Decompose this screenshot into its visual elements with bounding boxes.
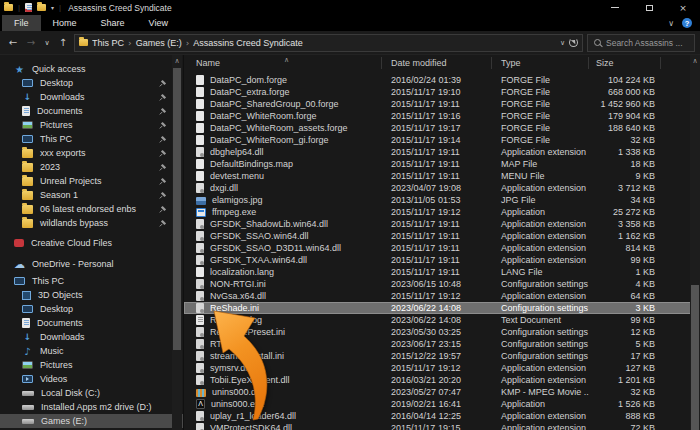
forward-icon[interactable]: → (24, 37, 38, 48)
file-row-dbghelp64-dll[interactable]: dbghelp64.dll2015/11/17 19:11Application… (184, 146, 700, 158)
file-row-tobii-eyex-client-dll[interactable]: Tobii.EyeX.Client.dll2016/03/21 20:20App… (184, 374, 700, 386)
tab-share[interactable]: Share (89, 15, 137, 31)
file-row-unins000-dat[interactable]: unins000.dat2023/05/27 07:47KMP - MPEG M… (184, 386, 700, 398)
scroll-up-icon[interactable]: ∧ (690, 55, 700, 67)
sidebar-item-downloads[interactable]: ↓Downloads (0, 90, 183, 104)
minimize-ribbon-icon[interactable]: ∨ (668, 19, 674, 28)
sidebar-item-unreal-projects[interactable]: Unreal Projects (0, 174, 183, 188)
file-list-scrollbar[interactable]: ∧ (690, 55, 700, 430)
sidebar-item-season-1[interactable]: Season 1 (0, 188, 183, 202)
address-bar[interactable]: This PC›Games (E:)›Assassins Creed Syndi… (74, 34, 583, 52)
file-size: 32 KB (589, 135, 661, 145)
breadcrumb-item[interactable]: Assassins Creed Syndicate (193, 38, 303, 48)
refresh-icon[interactable] (569, 38, 578, 47)
sidebar-item-2023[interactable]: 2023 (0, 160, 183, 174)
sidebar-item-downloads[interactable]: ↓Downloads (0, 330, 183, 344)
recent-locations-icon[interactable]: ∨ (42, 39, 52, 47)
sidebar-item-videos[interactable]: Videos (0, 372, 183, 386)
tab-home[interactable]: Home (41, 15, 89, 31)
sidebar-item-documents[interactable]: Documents (0, 104, 183, 118)
sidebar-item-installed-apps-m2-drive-d-[interactable]: Installed Apps m2 drive (D:) (0, 400, 183, 414)
file-row-gfsdk-ssao-d3d11-win64-dll[interactable]: GFSDK_SSAO_D3D11.win64.dll2015/11/17 19:… (184, 242, 700, 254)
breadcrumb-item[interactable]: This PC (92, 38, 124, 48)
sidebar-item-desktop[interactable]: Desktop (0, 76, 183, 90)
close-button[interactable]: × (666, 0, 700, 15)
sidebar-item-pictures[interactable]: Pictures (0, 358, 183, 372)
search-box[interactable]: Search Assassins ... (587, 34, 695, 52)
star-icon: ★ (14, 64, 25, 75)
sidebar-item-onedrive-personal[interactable]: ☁OneDrive - Personal (0, 257, 183, 271)
scroll-up-icon[interactable]: ∧ (172, 55, 182, 67)
file-row-dxgi-dll[interactable]: dxgi.dll2023/04/07 19:08Application exte… (184, 182, 700, 194)
file-row-uplay-r1-loader64-dll[interactable]: uplay_r1_loader64.dll2016/04/14 12:25App… (184, 410, 700, 422)
file-row-datapc-extra-forge[interactable]: DataPC_extra.forge2015/11/17 19:10FORGE … (184, 86, 700, 98)
minimize-button[interactable] (598, 0, 632, 15)
column-header-date-modified[interactable]: Date modified (382, 57, 492, 69)
file-row-ffmpeg-exe[interactable]: ffmpeg.exe2015/11/17 19:12Application25 … (184, 206, 700, 218)
file-type: FORGE File (492, 123, 589, 133)
file-row-datapc-whiteroom-assets-forge[interactable]: DataPC_WhiteRoom_assets.forge2015/11/17 … (184, 122, 700, 134)
qat-new-folder-icon[interactable] (37, 4, 46, 11)
sidebar-scrollbar-thumb[interactable] (173, 68, 181, 350)
sidebar-item-games-e-[interactable]: Games (E:) (0, 414, 183, 428)
file-row-gfsdk-txaa-win64-dll[interactable]: GFSDK_TXAA.win64.dll2015/11/17 19:11Appl… (184, 254, 700, 266)
file-type: Application extension (492, 411, 589, 421)
file-row-non-rtgi-ini[interactable]: NON-RTGI.ini2023/06/15 10:48Configuratio… (184, 278, 700, 290)
file-row-streaminginstall-ini[interactable]: streaminginstall.ini2015/12/22 19:57Conf… (184, 350, 700, 362)
file-row-devtest-menu[interactable]: devtest.menu2015/11/17 19:11MENU File9 K… (184, 170, 700, 182)
file-type: Configuration settings (492, 279, 589, 289)
sidebar-item-xxx-exports[interactable]: xxx exports (0, 146, 183, 160)
sidebar-item-this-pc[interactable]: This PC (0, 274, 183, 288)
tab-file[interactable]: File (2, 15, 41, 31)
file-row-vmprotectsdk64-dll[interactable]: VMProtectSDK64.dll2015/11/17 19:15Applic… (184, 422, 700, 430)
file-row-datapc-dom-forge[interactable]: DataPC_dom.forge2016/02/24 01:39FORGE Fi… (184, 74, 700, 86)
sidebar-item-music[interactable]: ♪Music (0, 344, 183, 358)
file-row-datapc-sharedgroup-00-forge[interactable]: DataPC_SharedGroup_00.forge2015/11/17 19… (184, 98, 700, 110)
file-row-datapc-whiteroom-gi-forge[interactable]: DataPC_WhiteRoom_gi.forge2015/11/17 19:1… (184, 134, 700, 146)
sidebar-item-local-disk-c-[interactable]: Local Disk (C:) (0, 386, 183, 400)
column-header-size[interactable]: Size (589, 57, 661, 69)
file-row-reshadepreset-ini[interactable]: ReShadePreset.ini2023/05/30 03:25Configu… (184, 326, 700, 338)
tab-view[interactable]: View (137, 15, 180, 31)
up-icon[interactable]: ↑ (56, 37, 70, 48)
file-list-scrollbar-thumb[interactable] (691, 285, 699, 430)
file-row-gfsdk-shadowlib-win64-dll[interactable]: GFSDK_ShadowLib.win64.dll2015/11/17 19:1… (184, 218, 700, 230)
column-header-type[interactable]: Type (492, 57, 589, 69)
breadcrumb-separator-icon: › (128, 38, 132, 48)
file-row-elamigos-jpg[interactable]: elamigos.jpg2013/11/05 01:53JPG File34 K… (184, 194, 700, 206)
column-header-name[interactable]: Name ∧ (184, 57, 382, 69)
file-date-modified: 2015/11/17 19:11 (382, 171, 492, 181)
sidebar-item-documents[interactable]: Documents (0, 316, 183, 330)
sidebar-item-creative-cloud-files[interactable]: Creative Cloud Files (0, 236, 183, 250)
file-type: Application extension (492, 231, 589, 241)
sidebar-item-this-pc[interactable]: This PC (0, 132, 183, 146)
sidebar-item-label: Quick access (32, 64, 86, 74)
qat-properties-icon[interactable] (25, 3, 32, 12)
file-row-rtgi-ini[interactable]: RTGI.ini2023/06/17 23:15Configuration se… (184, 338, 700, 350)
file-row-reshade-ini[interactable]: ReShade.ini2023/06/22 14:08Configuration… (184, 302, 700, 314)
sidebar-item-desktop[interactable]: Desktop (0, 302, 183, 316)
sidebar-item-06-latest-endorsed-enbs[interactable]: 06 latest endorsed enbs (0, 202, 183, 216)
pin-icon (159, 149, 167, 157)
file-row-nvgsa-x64-dll[interactable]: NvGsa.x64.dll2015/11/17 19:12Application… (184, 290, 700, 302)
file-row-defaultbindings-map[interactable]: DefaultBindings.map2015/11/17 19:11MAP F… (184, 158, 700, 170)
sidebar-item-pictures[interactable]: Pictures (0, 118, 183, 132)
breadcrumb-item[interactable]: Games (E:) (136, 38, 182, 48)
file-row-symsrv-dll[interactable]: symsrv.dll2015/11/17 19:12Application ex… (184, 362, 700, 374)
sort-ascending-icon: ∧ (284, 56, 289, 64)
file-row-datapc-whiteroom-forge[interactable]: DataPC_WhiteRoom.forge2015/11/17 19:16FO… (184, 110, 700, 122)
dll-file-icon (196, 243, 204, 253)
sidebar-item-3d-objects[interactable]: 3D Objects (0, 288, 183, 302)
sidebar-item-quick-access[interactable]: ★Quick access (0, 62, 183, 76)
file-row-gfsdk-ssao-win64-dll[interactable]: GFSDK_SSAO.win64.dll2015/11/17 19:11Appl… (184, 230, 700, 242)
address-dropdown-icon[interactable]: ∨ (560, 39, 565, 47)
qat-dropdown-icon[interactable]: ▾ (51, 4, 54, 11)
maximize-button[interactable] (632, 0, 666, 15)
help-icon[interactable]: ? (682, 18, 692, 28)
sidebar-scrollbar[interactable]: ∧ (172, 55, 182, 430)
file-row-localization-lang[interactable]: localization.lang2015/11/17 19:11LANG Fi… (184, 266, 700, 278)
sidebar-item-wildlands-bypass[interactable]: wildlands bypass (0, 216, 183, 230)
back-icon[interactable]: ← (6, 37, 20, 48)
file-row-reshade-log[interactable]: ReShade.log2023/06/22 14:08Text Document… (184, 314, 700, 326)
file-row-unins000-exe[interactable]: Λunins000.exe2019/02/21 16:41Application… (184, 398, 700, 410)
